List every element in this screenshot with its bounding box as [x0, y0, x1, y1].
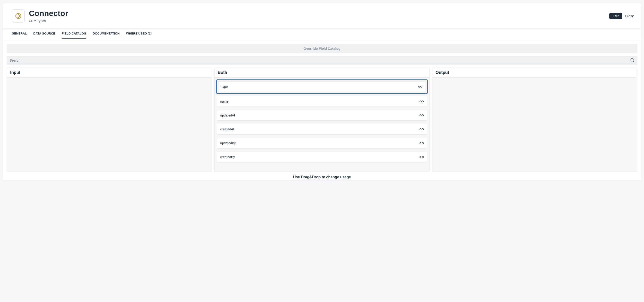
- page-header: Connector CRM Types Edit Close: [3, 3, 641, 29]
- header-actions: Edit Close: [609, 13, 634, 19]
- search-input[interactable]: [7, 56, 637, 65]
- override-field-catalog-button[interactable]: Override Field Catalog: [7, 44, 637, 53]
- column-both: Both type: [214, 68, 430, 172]
- field-label: type: [222, 85, 228, 88]
- page-title: Connector: [29, 9, 68, 18]
- column-both-body[interactable]: type name: [214, 78, 430, 163]
- tab-documentation[interactable]: DOCUMENTATION: [93, 29, 120, 39]
- close-button[interactable]: Close: [625, 14, 634, 18]
- connector-icon: [12, 10, 25, 23]
- tab-body: Override Field Catalog Input: [3, 39, 641, 180]
- drag-drop-hint: Use Drag&Drop to change usage: [7, 172, 637, 180]
- field-item[interactable]: type: [218, 81, 426, 92]
- field-label: name: [220, 100, 228, 103]
- tab-data-source[interactable]: DATA SOURCE: [33, 29, 55, 39]
- field-label: updatedBy: [220, 141, 236, 145]
- search-wrap: [7, 56, 637, 65]
- column-input-body[interactable]: [7, 78, 212, 81]
- header-left: Connector CRM Types: [12, 9, 68, 23]
- link-icon: [418, 85, 422, 88]
- field-columns: Input Both type: [7, 68, 637, 172]
- field-item[interactable]: createdAt: [217, 124, 427, 134]
- link-icon: [420, 114, 424, 117]
- tab-bar: GENERAL DATA SOURCE FIELD CATALOG DOCUME…: [3, 29, 641, 39]
- tab-general[interactable]: GENERAL: [12, 29, 27, 39]
- search-icon[interactable]: [629, 57, 636, 64]
- link-icon: [420, 128, 424, 131]
- selected-field-group: type: [216, 79, 428, 94]
- header-titles: Connector CRM Types: [29, 9, 68, 23]
- column-both-title: Both: [214, 68, 430, 78]
- field-item[interactable]: createdBy: [217, 152, 427, 162]
- column-output: Output: [432, 68, 637, 172]
- field-label: createdAt: [220, 127, 234, 131]
- tab-field-catalog[interactable]: FIELD CATALOG: [62, 29, 86, 39]
- column-output-title: Output: [432, 68, 637, 78]
- edit-button[interactable]: Edit: [609, 13, 622, 19]
- svg-point-1: [630, 59, 633, 61]
- tab-where-used[interactable]: WHERE USED (1): [126, 29, 152, 39]
- link-icon: [420, 156, 424, 159]
- field-label: createdBy: [220, 155, 235, 159]
- column-input: Input: [7, 68, 212, 172]
- column-input-title: Input: [7, 68, 212, 78]
- field-item[interactable]: name: [217, 96, 427, 107]
- svg-point-0: [16, 13, 21, 19]
- svg-line-2: [633, 61, 634, 62]
- column-output-body[interactable]: [432, 78, 637, 81]
- page-subtitle: CRM Types: [29, 19, 68, 23]
- link-icon: [420, 141, 424, 145]
- field-item[interactable]: updatedAt: [217, 110, 427, 121]
- field-label: updatedAt: [220, 113, 235, 117]
- link-icon: [420, 100, 424, 103]
- field-item[interactable]: updatedBy: [217, 138, 427, 148]
